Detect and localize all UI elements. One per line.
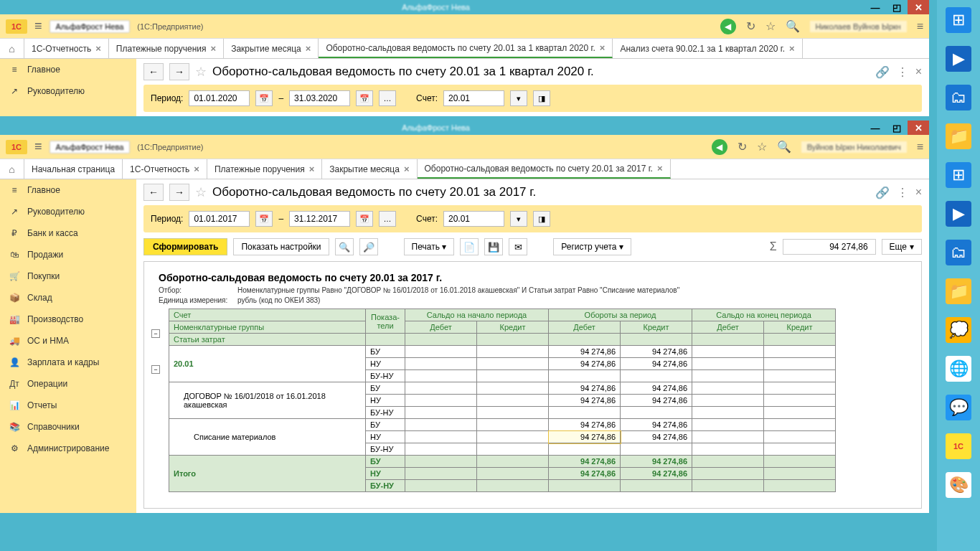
desktop-icon[interactable]: 💬 <box>946 395 971 420</box>
sidebar-item-manager[interactable]: ↗Руководителю <box>0 80 136 102</box>
history-icon[interactable]: ↻ <box>738 140 747 154</box>
desktop-icon[interactable]: ⊞ <box>946 162 971 188</box>
close-icon[interactable]: × <box>915 65 922 79</box>
date-to-input[interactable]: 31.12.2017 <box>289 211 350 227</box>
sidebar-item[interactable]: 📦Склад <box>0 287 136 309</box>
desktop-icon[interactable]: 📁 <box>946 123 971 149</box>
more-icon[interactable]: ⋮ <box>897 65 908 79</box>
period-select-button[interactable]: … <box>379 211 396 227</box>
desktop-icon[interactable]: 🎨 <box>946 472 971 498</box>
org-name[interactable]: АльфаФрост Нева <box>50 141 131 154</box>
desktop-icon[interactable]: ▶ <box>946 46 971 72</box>
sidebar-item[interactable]: 🛒Покупки <box>0 265 136 287</box>
close-button[interactable]: ✕ <box>908 121 929 135</box>
org-name[interactable]: АльфаФрост Нева <box>50 20 131 33</box>
close-button[interactable]: ✕ <box>908 0 929 14</box>
sidebar-item-main[interactable]: ≡Главное <box>0 59 136 80</box>
tab-start[interactable]: Начальная страница <box>24 159 123 179</box>
titlebar[interactable]: АльфаФрост Нева — ◰ ✕ <box>0 0 929 14</box>
tree-collapse-icon[interactable]: − <box>151 329 160 338</box>
desktop-icon[interactable]: 🗂 <box>946 85 971 110</box>
sidebar-item[interactable]: 📊Отчеты <box>0 395 136 416</box>
tab[interactable]: Закрытие месяца× <box>224 39 319 58</box>
report-grid[interactable]: СчетПоказа- телиСальдо на начало периода… <box>169 309 836 492</box>
close-icon[interactable]: × <box>211 43 217 54</box>
search-icon[interactable]: 🔍 <box>777 140 791 154</box>
desktop-icon[interactable]: 1C <box>946 433 971 459</box>
close-icon[interactable]: × <box>194 164 199 174</box>
close-icon[interactable]: × <box>789 43 795 54</box>
calendar-icon[interactable]: 📅 <box>255 90 273 106</box>
nav-back-button[interactable]: ← <box>143 63 164 80</box>
bell-icon[interactable]: ◀ <box>712 139 727 155</box>
sidebar-item[interactable]: ₽Банк и касса <box>0 222 136 244</box>
minimize-button[interactable]: — <box>864 121 886 135</box>
link-icon[interactable]: 🔗 <box>875 186 890 199</box>
sidebar-item[interactable]: 📚Справочники <box>0 416 136 438</box>
minimize-button[interactable]: — <box>864 0 886 14</box>
desktop-icon[interactable]: ⊞ <box>946 7 971 33</box>
sidebar-item[interactable]: ≡Главное <box>0 179 136 201</box>
sidebar-item[interactable]: 🏭Производство <box>0 309 136 330</box>
close-icon[interactable]: × <box>600 42 606 53</box>
nav-fwd-button[interactable]: → <box>169 184 189 201</box>
nav-back-button[interactable]: ← <box>143 184 164 201</box>
account-input[interactable]: 20.01 <box>443 211 504 227</box>
maximize-button[interactable]: ◰ <box>886 0 908 14</box>
sidebar-item[interactable]: 👤Зарплата и кадры <box>0 352 136 373</box>
date-from-input[interactable]: 01.01.2017 <box>189 211 250 227</box>
close-icon[interactable]: × <box>404 164 410 174</box>
date-to-input[interactable]: 31.03.2020 <box>289 90 350 106</box>
tab[interactable]: Закрытие месяца× <box>322 159 417 179</box>
tab-active[interactable]: Оборотно-сальдовая ведомость по счету 20… <box>418 159 671 179</box>
close-icon[interactable]: × <box>915 186 922 199</box>
home-tab[interactable]: ⌂ <box>0 159 24 179</box>
user-name[interactable]: Николаев Вуйнов Ыркн <box>810 21 907 32</box>
nav-fwd-button[interactable]: → <box>169 63 189 80</box>
generate-button[interactable]: Сформировать <box>143 238 227 255</box>
account-input[interactable]: 20.01 <box>443 90 504 106</box>
period-select-button[interactable]: … <box>379 90 396 106</box>
export-icon[interactable]: 📄 <box>460 238 479 255</box>
more-button[interactable]: Еще▾ <box>882 239 922 255</box>
date-from-input[interactable]: 01.01.2020 <box>189 90 250 106</box>
settings-button[interactable]: Показать настройки <box>233 238 329 255</box>
search-icon[interactable]: 🔍 <box>335 238 354 255</box>
close-icon[interactable]: × <box>309 164 315 174</box>
sidebar-item[interactable]: ↗Руководителю <box>0 201 136 222</box>
tab[interactable]: Анализ счета 90.02.1 за 1 квартал 2020 г… <box>613 39 802 58</box>
favorite-icon[interactable]: ☆ <box>195 184 207 200</box>
mail-icon[interactable]: ✉ <box>509 238 527 255</box>
dropdown-icon[interactable]: ▾ <box>510 90 527 106</box>
menu-more-icon[interactable]: ≡ <box>917 20 923 33</box>
bell-icon[interactable]: ◀ <box>720 19 736 34</box>
star-icon[interactable]: ☆ <box>765 19 776 33</box>
sidebar-item[interactable]: 🚚ОС и НМА <box>0 330 136 352</box>
open-icon[interactable]: ◨ <box>533 90 550 106</box>
history-icon[interactable]: ↻ <box>746 19 755 33</box>
calendar-icon[interactable]: 📅 <box>255 211 273 227</box>
tab-active[interactable]: Оборотно-сальдовая ведомость по счету 20… <box>319 39 613 58</box>
search-adv-icon[interactable]: 🔎 <box>359 238 378 255</box>
user-name[interactable]: Вуйнов Ыркн Николаевич <box>801 141 907 153</box>
menu-more-icon[interactable]: ≡ <box>917 141 923 154</box>
tab[interactable]: 1С-Отчетность× <box>123 159 207 179</box>
tree-collapse-icon[interactable]: − <box>151 365 160 374</box>
save-icon[interactable]: 💾 <box>484 238 503 255</box>
menu-icon[interactable]: ≡ <box>34 19 42 34</box>
menu-icon[interactable]: ≡ <box>34 139 42 154</box>
desktop-icon[interactable]: 🌐 <box>946 356 971 382</box>
sidebar-item[interactable]: ДтОперации <box>0 373 136 395</box>
desktop-icon[interactable]: 🗂 <box>946 240 971 265</box>
titlebar[interactable]: АльфаФрост Нева — ◰ ✕ <box>0 121 929 135</box>
sum-icon[interactable]: Σ <box>770 240 777 253</box>
dropdown-icon[interactable]: ▾ <box>510 211 527 227</box>
desktop-icon[interactable]: ▶ <box>946 201 971 227</box>
favorite-icon[interactable]: ☆ <box>195 64 207 80</box>
link-icon[interactable]: 🔗 <box>875 65 890 79</box>
tab[interactable]: Платежные поручения× <box>109 39 224 58</box>
close-icon[interactable]: × <box>657 163 663 174</box>
tab[interactable]: Платежные поручения× <box>207 159 322 179</box>
star-icon[interactable]: ☆ <box>757 140 767 154</box>
search-icon[interactable]: 🔍 <box>786 19 800 33</box>
